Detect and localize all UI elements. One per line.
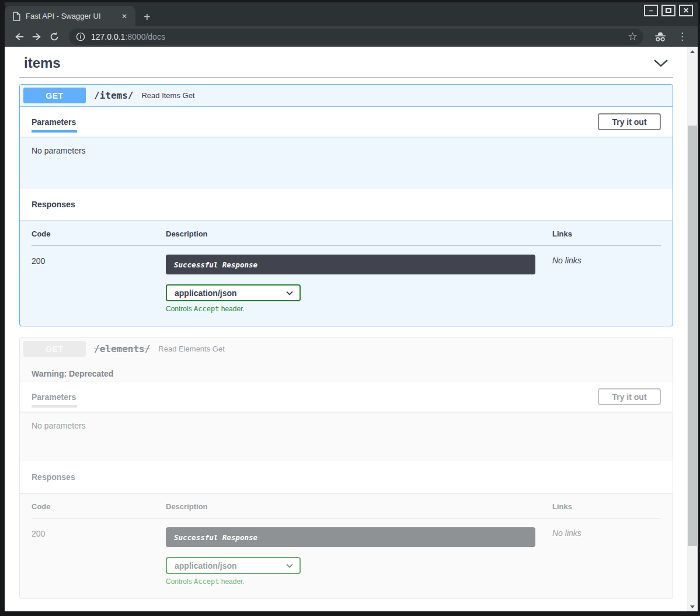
tag-section-items[interactable]: items xyxy=(19,51,673,71)
response-links: No links xyxy=(552,255,661,313)
endpoint-get-elements-deprecated: GET /elements/ Read Elements Get Warning… xyxy=(19,337,673,599)
swagger-page: items GET /items/ Read Items Get Paramet… xyxy=(5,47,687,599)
active-tab-indicator xyxy=(32,130,77,133)
tab-parameters[interactable]: Parameters xyxy=(32,107,76,137)
response-code: 200 xyxy=(32,255,166,313)
media-type-select[interactable]: application/json xyxy=(166,557,301,574)
responses-title: Responses xyxy=(32,200,75,209)
parameters-header: Parameters Try it out xyxy=(20,107,673,137)
browser-toolbar: 127.0.0.1:8000/docs ☆ ⋮ xyxy=(5,26,698,47)
accept-note-code: Accept xyxy=(194,577,219,586)
site-info-icon[interactable] xyxy=(76,32,85,41)
column-description: Description xyxy=(166,229,552,238)
browser-menu-icon[interactable]: ⋮ xyxy=(673,30,692,43)
section-divider xyxy=(19,77,673,78)
response-description-text: Successful Response xyxy=(174,533,257,542)
triangle-up-icon xyxy=(690,50,695,53)
response-row-200: 200 Successful Response application/json xyxy=(32,518,661,586)
page-scrollbar[interactable] xyxy=(687,47,698,611)
back-button[interactable] xyxy=(12,29,27,44)
browser-titlebar: Fast API - Swagger UI ✕ + – ✕ xyxy=(5,2,698,26)
accept-note-prefix: Controls xyxy=(166,305,194,313)
column-description: Description xyxy=(166,502,552,511)
incognito-icon xyxy=(650,32,670,42)
tab-close-icon[interactable]: ✕ xyxy=(119,11,130,22)
column-code: Code xyxy=(32,502,166,511)
endpoint-get-items: GET /items/ Read Items Get Parameters Tr… xyxy=(19,84,673,326)
accept-note-suffix: header. xyxy=(219,305,244,313)
page-document-icon xyxy=(13,12,20,21)
reload-button[interactable] xyxy=(47,29,62,44)
endpoint-path: /elements/ xyxy=(94,343,150,354)
media-type-value: application/json xyxy=(175,561,237,570)
responses-title: Responses xyxy=(32,472,75,482)
browser-window: Fast API - Swagger UI ✕ + – ✕ 127.0.0.1:… xyxy=(0,0,700,616)
accept-note-code: Accept xyxy=(194,305,219,313)
tab-title: Fast API - Swagger UI xyxy=(26,12,114,20)
endpoint-summary-text: Read Elements Get xyxy=(158,344,224,353)
media-type-select[interactable]: application/json xyxy=(166,284,301,301)
accept-note-suffix: header. xyxy=(219,577,244,586)
url-host: 127.0.0.1 xyxy=(91,32,125,41)
responses-header: Responses xyxy=(20,189,673,220)
parameters-body: No parameters xyxy=(20,137,673,189)
no-parameters-text: No parameters xyxy=(32,146,86,155)
url-path: :8000/docs xyxy=(125,32,165,41)
window-controls: – ✕ xyxy=(644,5,693,16)
maximize-icon xyxy=(666,8,671,13)
response-description-cell: Successful Response application/json Con… xyxy=(166,527,552,586)
response-description-box: Successful Response xyxy=(166,255,535,274)
responses-table-header: Code Description Links xyxy=(32,502,661,518)
responses-table: Code Description Links 200 Successful Re… xyxy=(20,493,673,598)
accept-note-prefix: Controls xyxy=(166,577,194,586)
scrollbar-down-arrow[interactable] xyxy=(687,602,698,611)
responses-table: Code Description Links 200 Successful Re… xyxy=(20,220,673,326)
try-it-out-button[interactable]: Try it out xyxy=(598,388,661,405)
accept-header-note: Controls Accept header. xyxy=(166,305,552,313)
endpoint-path: /items/ xyxy=(94,90,133,101)
url-text[interactable]: 127.0.0.1:8000/docs xyxy=(91,32,622,41)
page-viewport: items GET /items/ Read Items Get Paramet… xyxy=(5,47,698,611)
column-links: Links xyxy=(552,502,661,511)
response-code: 200 xyxy=(32,527,166,586)
responses-header: Responses xyxy=(20,461,673,493)
minimize-button[interactable]: – xyxy=(644,5,658,16)
try-it-out-button[interactable]: Try it out xyxy=(598,113,661,130)
column-code: Code xyxy=(32,229,166,238)
maximize-button[interactable] xyxy=(661,5,675,16)
response-links: No links xyxy=(552,527,661,586)
forward-button[interactable] xyxy=(29,29,44,44)
chevron-down-icon xyxy=(286,563,293,568)
close-button[interactable]: ✕ xyxy=(679,5,693,16)
triangle-down-icon xyxy=(690,605,695,608)
media-type-value: application/json xyxy=(175,288,237,298)
parameters-label: Parameters xyxy=(32,392,76,402)
responses-table-header: Code Description Links xyxy=(32,229,661,246)
response-description-text: Successful Response xyxy=(174,260,257,269)
parameters-label: Parameters xyxy=(32,117,76,127)
endpoint-summary[interactable]: GET /items/ Read Items Get xyxy=(20,85,673,107)
tab-parameters[interactable]: Parameters xyxy=(32,382,76,412)
collapse-chevron-icon[interactable] xyxy=(653,59,668,67)
scrollbar-thumb[interactable] xyxy=(688,126,697,546)
active-tab-indicator xyxy=(32,405,77,408)
endpoint-summary-text: Read Items Get xyxy=(141,91,194,100)
accept-header-note: Controls Accept header. xyxy=(166,577,552,586)
bookmark-star-icon[interactable]: ☆ xyxy=(628,31,638,42)
parameters-body: No parameters xyxy=(20,412,673,461)
parameters-header: Parameters Try it out xyxy=(20,382,673,412)
deprecated-warning: Warning: Deprecated xyxy=(20,360,673,382)
method-badge: GET xyxy=(23,88,86,103)
address-bar[interactable]: 127.0.0.1:8000/docs ☆ xyxy=(69,29,643,45)
response-description-box: Successful Response xyxy=(166,527,535,547)
no-parameters-text: No parameters xyxy=(32,421,86,430)
endpoint-summary[interactable]: GET /elements/ Read Elements Get xyxy=(20,338,673,360)
response-description-cell: Successful Response application/json Con… xyxy=(166,255,552,313)
browser-tab[interactable]: Fast API - Swagger UI ✕ xyxy=(5,6,135,26)
column-links: Links xyxy=(552,229,661,238)
response-row-200: 200 Successful Response application/json xyxy=(32,246,661,313)
new-tab-button[interactable]: + xyxy=(144,11,151,23)
method-badge: GET xyxy=(23,341,86,357)
scrollbar-up-arrow[interactable] xyxy=(687,47,698,56)
section-title: items xyxy=(24,55,61,71)
